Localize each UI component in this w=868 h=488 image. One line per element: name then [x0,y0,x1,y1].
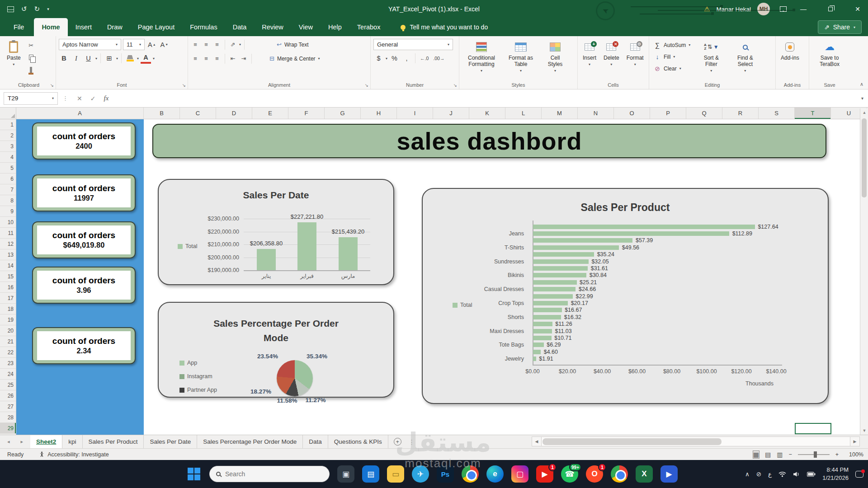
ribbon-tab-draw[interactable]: Draw [99,18,130,36]
hidden-icons-chevron[interactable]: ∧ [745,470,750,478]
row-header-10[interactable]: 10 [0,217,16,228]
restore-button[interactable] [820,0,841,18]
zoom-in-button[interactable]: + [835,451,839,458]
sales-per-date-chart[interactable]: Sales Per Date Total $230,000.00$220,000… [158,179,394,285]
column-header-i[interactable]: I [397,108,433,119]
avatar[interactable]: MH [757,3,770,15]
row-header-25[interactable]: 25 [0,380,16,390]
orientation-button[interactable]: ⇗ [228,41,237,48]
dialog-launcher-icon[interactable]: ↘ [453,83,457,88]
sales-per-product-chart[interactable]: Sales Per Product Thousands Total $127.6… [422,188,829,404]
horizontal-scrollbar[interactable]: ◀ ▶ [532,436,860,446]
dialog-launcher-icon[interactable]: ↘ [365,83,368,88]
ribbon-tab-file[interactable]: File [4,18,34,36]
clear-button[interactable]: ⊘ Clear ▾ [652,63,692,74]
borders-button[interactable]: ⊞ [104,53,114,64]
customize-toolbar-icon[interactable]: ▾ [47,7,49,11]
align-center-button[interactable]: ≡ [202,55,211,62]
row-header-16[interactable]: 16 [0,282,16,293]
excel-app-icon[interactable]: X [636,465,653,483]
zoom-level[interactable]: 100% [844,451,863,458]
column-header-d[interactable]: D [216,108,252,119]
sheet-options-icon[interactable]: ⋮ [409,438,415,446]
column-header-r[interactable]: R [722,108,759,119]
sales-percentage-per-order-mode-chart[interactable]: Sales Percentage Per Order Mode 35.34%11… [158,302,394,398]
font-color-button[interactable]: A [141,53,151,64]
align-bottom-button[interactable]: ≡ [212,41,222,48]
sheet-tab-sales-per-product[interactable]: Sales Per Product [83,435,144,448]
align-left-button[interactable]: ≡ [191,55,200,62]
movies-tv-app-icon[interactable]: ▶ [660,465,678,483]
row-header-1[interactable]: 1 [0,119,16,130]
sheet-tab-kpi[interactable]: kpi [62,435,82,448]
selected-cell-T29[interactable] [795,423,831,434]
taskbar-search[interactable] [209,466,330,482]
select-all-corner[interactable] [0,108,16,119]
row-header-19[interactable]: 19 [0,314,16,325]
ribbon-tab-terabox[interactable]: Terabox [349,18,388,36]
tell-me-box[interactable]: Tell me what you want to do [401,18,488,36]
photoshop-app-icon[interactable]: Ps [437,465,454,483]
column-header-k[interactable]: K [469,108,505,119]
ribbon-display-options-icon[interactable]: ⌄ [780,6,787,12]
row-header-18[interactable]: 18 [0,304,16,314]
row-header-4[interactable]: 4 [0,152,16,163]
share-button[interactable]: ⇗ Share ▾ [818,20,862,34]
wrap-text-button[interactable]: ↩ Wrap Text [274,39,311,50]
zoom-slider-thumb[interactable] [814,451,817,458]
row-header-6[interactable]: 6 [0,174,16,184]
column-header-b[interactable]: B [144,108,180,119]
undo-icon[interactable]: ↺ [21,5,27,13]
start-button[interactable] [186,466,202,482]
column-header-e[interactable]: E [252,108,288,119]
battery-icon[interactable] [807,472,816,477]
column-header-j[interactable]: J [433,108,469,119]
kpi-card-2[interactable]: count of orders11997 [32,174,136,211]
telegram-app-icon[interactable]: ✈ [412,465,429,483]
row-header-27[interactable]: 27 [0,401,16,412]
column-header-o[interactable]: O [614,108,650,119]
chrome-second-app-icon[interactable] [611,465,628,483]
cut-button[interactable]: ✂ [26,41,37,50]
redo-icon[interactable]: ↻ [34,5,40,13]
accounting-format-button[interactable]: $ [373,53,384,64]
format-painter-button[interactable] [26,65,37,74]
scrollbar-thumb[interactable] [542,438,722,445]
vertical-scrollbar[interactable]: ▲ ▼ [860,108,868,435]
underline-button[interactable]: U [83,53,94,64]
conditional-formatting-button[interactable]: Conditional Formatting ▾ [462,39,501,80]
percent-style-button[interactable]: % [389,53,400,64]
row-header-5[interactable]: 5 [0,163,16,174]
scroll-down-icon[interactable]: ▼ [860,427,868,435]
previous-sheet-icon[interactable]: ◂ [7,439,10,445]
close-button[interactable]: ✕ [847,0,868,18]
language-indicator[interactable]: ع [768,470,772,478]
find-select-button[interactable]: Find & Select ▾ [730,39,760,80]
accessibility-status[interactable]: Accessibility: Investigate [39,451,108,458]
ribbon-tab-home[interactable]: Home [34,18,67,36]
kpi-card-1[interactable]: count of orders2400 [32,122,136,160]
column-header-q[interactable]: Q [686,108,722,119]
microsoft-store-app-icon[interactable]: ▤ [362,465,379,483]
insert-cells-button[interactable]: + Insert ▾ [580,39,599,80]
row-header-26[interactable]: 26 [0,390,16,401]
copy-button[interactable] [26,53,37,62]
row-header-21[interactable]: 21 [0,336,16,347]
align-middle-button[interactable]: ≡ [202,41,211,48]
scrollbar-track[interactable] [542,436,850,446]
collapse-ribbon-icon[interactable]: ∧ [860,81,863,87]
row-header-12[interactable]: 12 [0,239,16,249]
align-right-button[interactable]: ≡ [212,55,222,62]
decrease-indent-button[interactable]: ⇤ [228,55,237,62]
row-header-24[interactable]: 24 [0,369,16,380]
ribbon-tab-formulas[interactable]: Formulas [182,18,225,36]
column-header-t[interactable]: T [795,108,831,119]
row-header-29[interactable]: 29 [0,423,16,434]
kpi-card-3[interactable]: count of orders$649,019.80 [32,221,136,258]
minimize-button[interactable]: — [793,0,814,18]
column-header-p[interactable]: P [650,108,686,119]
do-not-disturb-icon[interactable]: ⊘ [756,470,761,478]
insert-function-icon[interactable]: fx [104,94,108,102]
paste-button[interactable]: Paste ▾ [5,39,23,80]
normal-view-button[interactable]: ▦ [753,451,759,458]
